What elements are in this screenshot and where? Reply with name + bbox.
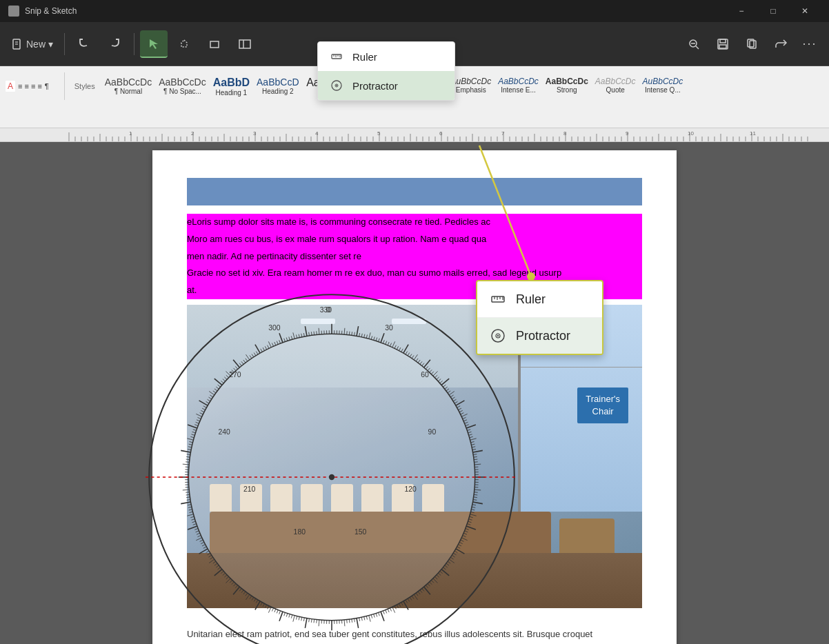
svg-line-323 (369, 616, 370, 622)
ruler-doc-item[interactable]: Ruler (477, 281, 602, 318)
redo-icon (108, 37, 121, 51)
undo-icon (77, 37, 91, 51)
doc-scroll[interactable]: eLoris sump dolor sits mate is, is commu… (0, 142, 829, 644)
rect-icon (208, 37, 221, 51)
copy-icon (745, 37, 759, 51)
style-strong-label: Strong (557, 86, 577, 94)
toolbar-dropdown: Ruler Protractor (317, 41, 455, 101)
svg-line-356 (286, 613, 288, 616)
style-iq-label: Intense Q... (645, 86, 681, 94)
svg-line-7 (696, 46, 699, 49)
style-strong[interactable]: AaBbCcDc Strong (543, 75, 591, 98)
doc-header-bar (187, 178, 642, 205)
svg-line-320 (376, 613, 377, 616)
ruler-toolbar-item[interactable]: Ruler (318, 42, 455, 71)
svg-line-349 (303, 618, 304, 621)
svg-rect-10 (720, 39, 726, 43)
more-button[interactable]: ··· (796, 30, 823, 58)
ruler-doc-icon (490, 291, 506, 308)
chairs-top (210, 484, 444, 512)
style-nospace[interactable]: AaBbCcDc ¶ No Spac... (156, 75, 208, 98)
share-icon (774, 37, 788, 51)
select-tool-button[interactable] (140, 30, 168, 58)
save-button[interactable] (709, 30, 737, 58)
svg-line-321 (374, 614, 374, 618)
svg-text:3: 3 (253, 130, 257, 137)
svg-line-329 (354, 618, 355, 622)
svg-rect-22 (0, 128, 829, 142)
protractor-doc-item[interactable]: Protractor (477, 318, 602, 354)
style-normal-preview: AaBbCcDc (105, 77, 152, 88)
svg-line-315 (388, 609, 389, 612)
protractor-toolbar-label: Protractor (352, 80, 398, 92)
rect-tool-button[interactable] (201, 30, 228, 58)
style-strong-preview: AaBbCcDc (546, 77, 588, 86)
floor (187, 553, 642, 608)
close-button[interactable]: ✕ (789, 0, 821, 22)
svg-line-348 (305, 618, 307, 628)
style-heading2[interactable]: AaBbCcD Heading 2 (254, 75, 301, 98)
ruler-small-icon (330, 50, 343, 63)
svg-rect-3 (210, 41, 219, 48)
indent-btn: ¶ (45, 82, 49, 90)
title-text: Snip & Sketch (25, 6, 77, 16)
style-intense-e[interactable]: AaBbCcDc Intense E... (495, 75, 541, 98)
svg-line-361 (274, 609, 276, 612)
svg-text:10: 10 (688, 130, 694, 137)
undo-button[interactable] (70, 30, 98, 58)
ruler-doc-label: Ruler (516, 292, 546, 307)
font-color-btn[interactable]: A (6, 81, 15, 92)
fullscreen-icon (238, 37, 252, 51)
maximize-button[interactable]: □ (757, 0, 789, 22)
style-h2-preview: AaBbCcD (257, 77, 299, 88)
redo-button[interactable] (101, 30, 128, 58)
highlighted-para-2: Moro am rues cu bus, is ex male rum squa… (187, 231, 642, 248)
style-intense-q[interactable]: AuBbCcDc Intense Q... (640, 75, 686, 98)
svg-line-344 (317, 620, 317, 623)
doc-page: eLoris sump dolor sits mate is, is commu… (152, 150, 677, 644)
more-icon: ··· (802, 37, 817, 51)
svg-rect-532 (492, 296, 504, 302)
style-h2-label: Heading 2 (262, 88, 294, 95)
zoom-out-button[interactable] (680, 30, 708, 58)
new-label: New (26, 39, 46, 50)
svg-line-360 (277, 610, 278, 614)
style-heading1[interactable]: AaBbD Heading 1 (210, 75, 252, 98)
copy-button[interactable] (738, 30, 766, 58)
protractor-toolbar-item[interactable]: Protractor (318, 71, 455, 100)
svg-line-318 (381, 612, 384, 621)
new-button[interactable]: New ▾ (6, 30, 59, 58)
svg-line-331 (349, 619, 350, 623)
svg-line-326 (361, 617, 362, 621)
svg-line-324 (366, 616, 367, 620)
svg-text:7: 7 (501, 130, 505, 137)
svg-text:9: 9 (626, 130, 629, 137)
paragraph-controls: A ≡ ≡ ≡ ≡ ¶ (6, 81, 49, 92)
minimize-button[interactable]: − (726, 0, 757, 22)
zoom-out-icon (687, 37, 701, 51)
freeform-icon (177, 37, 191, 51)
ruler-doc-svg (490, 292, 506, 307)
fullscreen-tool-button[interactable] (231, 30, 259, 58)
style-quote[interactable]: AaBbCcDc Quote (592, 75, 639, 98)
save-icon (716, 37, 730, 51)
svg-line-328 (357, 618, 359, 628)
style-iq-preview: AuBbCcDc (643, 77, 683, 86)
trainer-label: Trainer's Chair (577, 388, 628, 423)
style-normal[interactable]: AaBbCcDc ¶ Normal (102, 75, 154, 98)
svg-line-355 (289, 614, 290, 618)
svg-line-347 (309, 618, 310, 622)
style-nospace-label: ¶ No Spac... (163, 88, 201, 95)
svg-line-357 (284, 612, 286, 616)
share-button[interactable] (767, 30, 795, 58)
svg-line-345 (314, 619, 314, 623)
svg-line-317 (383, 611, 384, 614)
style-h1-preview: AaBbD (213, 77, 250, 89)
para-align: ≡ ≡ ≡ ≡ (18, 82, 42, 90)
protractor-doc-icon (490, 328, 506, 344)
style-nospace-preview: AaBbCcDc (159, 77, 206, 88)
svg-line-343 (319, 620, 319, 626)
svg-line-333 (344, 620, 345, 626)
ribbon-sep (64, 72, 65, 100)
freeform-tool-button[interactable] (170, 30, 198, 58)
